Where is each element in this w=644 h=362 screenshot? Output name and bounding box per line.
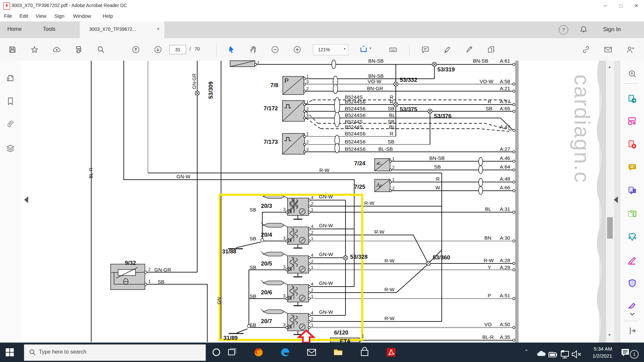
component-9-32: [111, 264, 145, 290]
open-tools-pane-icon[interactable]: [628, 326, 637, 336]
wiring-diagram: [0, 0, 644, 362]
collapse-left-panel-icon: [24, 196, 28, 203]
edge-icon[interactable]: [280, 347, 290, 358]
sign-tool-icon[interactable]: [628, 301, 637, 310]
search-icon: [29, 349, 36, 356]
fill-sign-icon[interactable]: [628, 255, 637, 265]
cortana-icon[interactable]: [211, 347, 222, 358]
scroll-up-icon[interactable]: ▲: [608, 65, 611, 69]
vertical-scrollbar[interactable]: ▲ ▼: [606, 61, 614, 343]
network-icon[interactable]: [559, 349, 570, 360]
protect-icon[interactable]: [628, 279, 637, 288]
taskbar-clock[interactable]: 5:34 AM 1/2/2021: [581, 345, 612, 359]
taskbar: Type here to search ⌃: [0, 343, 644, 362]
collapse-right-panel-icon: [614, 196, 618, 203]
edit-pdf-icon[interactable]: [628, 116, 637, 126]
compress-pdf-icon[interactable]: [628, 232, 637, 242]
right-tools-rail: [620, 61, 644, 343]
more-tools-chevron-icon[interactable]: [628, 309, 637, 319]
injector-20-6: [287, 285, 309, 302]
comment-tool-icon[interactable]: [628, 163, 637, 172]
injector-nozzle-icons: [261, 194, 287, 314]
onedrive-icon[interactable]: [536, 349, 547, 359]
page-torn-edge: [597, 61, 606, 343]
start-icon[interactable]: [4, 347, 15, 358]
organize-pages-icon[interactable]: [628, 209, 637, 219]
scrollbar-thumb[interactable]: [607, 217, 613, 239]
task-view-icon[interactable]: [227, 347, 237, 358]
injector-20-4: [287, 227, 309, 244]
store-icon[interactable]: [359, 347, 370, 358]
mail-icon[interactable]: [306, 347, 317, 358]
injector-20-7: [287, 313, 309, 331]
clock-date: 1/2/2021: [581, 352, 612, 359]
explorer-icon[interactable]: [333, 347, 343, 358]
export-pdf-icon[interactable]: [628, 94, 637, 104]
create-pdf-icon[interactable]: [628, 140, 637, 149]
injector-20-5: [287, 256, 309, 273]
action-center-icon[interactable]: [620, 347, 631, 358]
acrobat-window: A 3003_X70_TP3967202.pdf - Adobe Acrobat…: [0, 0, 644, 362]
scroll-down-icon[interactable]: ▼: [608, 333, 611, 337]
twisted-pair-icons: [332, 60, 483, 194]
firefox-icon[interactable]: [253, 347, 264, 358]
volume-muted-icon[interactable]: [571, 349, 582, 360]
battery-icon[interactable]: [547, 349, 558, 360]
document-area: cardiagn.c: [21, 61, 620, 343]
tray-chevron-icon[interactable]: ⌃: [524, 349, 529, 355]
combine-files-icon[interactable]: [628, 186, 637, 195]
acrobat-icon[interactable]: [386, 347, 396, 358]
search-placeholder: Type here to search: [39, 349, 86, 355]
clock-time: 5:34 AM: [581, 345, 612, 352]
find-tool-icon[interactable]: [628, 69, 637, 79]
taskbar-search-input[interactable]: Type here to search: [24, 344, 206, 361]
notification-badge[interactable]: 1: [630, 350, 639, 359]
